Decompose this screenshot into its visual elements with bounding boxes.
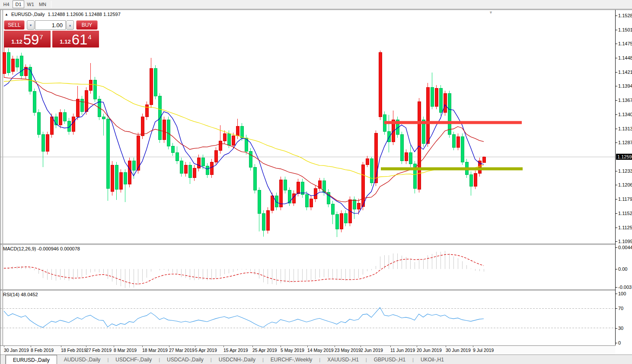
candle-body xyxy=(119,172,122,189)
date-tick-mark xyxy=(361,346,361,347)
sell-price-tile[interactable]: 1.12 59 7 xyxy=(4,31,51,47)
date-tick-mark xyxy=(281,346,281,347)
candle-body xyxy=(80,99,83,111)
date-label: 18 Mar 2019 xyxy=(142,348,168,353)
rsi-pane[interactable]: RSI(14) 48.0452 xyxy=(0,291,615,345)
date-tick-mark xyxy=(61,346,61,347)
candle-body xyxy=(331,204,334,215)
timeframe-buttons: H4D1W1MN xyxy=(0,0,48,8)
candle-body xyxy=(340,213,343,229)
candle-body xyxy=(452,135,455,147)
date-tick-mark xyxy=(142,346,143,347)
volume-increase-button[interactable]: ▲ xyxy=(66,20,74,30)
price-axis-label: 1.13675 xyxy=(618,98,632,103)
chart-tab-eurchf-weekly[interactable]: EURCHF-,Weekly xyxy=(264,355,319,364)
price-axis-label: 1.12065 xyxy=(618,182,632,187)
macd-axis-label: -0.003715 xyxy=(618,285,632,290)
price-axis-label: 1.13945 xyxy=(618,83,632,89)
candle-body xyxy=(431,87,434,106)
candle-body xyxy=(206,166,209,174)
price-axis-label: 1.10990 xyxy=(618,239,632,244)
chart-tab-audusd-daily[interactable]: AUDUSD-,Daily xyxy=(57,355,108,364)
timeframe-button-mn[interactable]: MN xyxy=(37,0,48,8)
volume-input[interactable] xyxy=(35,20,66,30)
date-label: 30 Jun 2019 xyxy=(446,348,471,353)
candle-body xyxy=(154,68,157,96)
support-line[interactable] xyxy=(381,167,523,170)
candle-body xyxy=(128,161,131,184)
chart-tab-xauusd-h1[interactable]: XAUUSD-,H1 xyxy=(320,355,366,364)
candle-body xyxy=(163,120,166,140)
candle-body xyxy=(335,215,338,229)
chart-tab-eurusd-daily[interactable]: EURUSD-,Daily xyxy=(6,355,57,364)
moving-average-mid[interactable] xyxy=(4,77,484,202)
candle-body xyxy=(180,161,183,174)
buy-button[interactable]: BUY xyxy=(76,20,98,30)
candle-body xyxy=(201,158,204,166)
candle-body xyxy=(111,165,114,191)
candle-body xyxy=(93,80,96,99)
price-axis-label: 1.11525 xyxy=(618,211,632,216)
moving-average-fast[interactable] xyxy=(4,68,484,213)
candle-body xyxy=(197,158,200,168)
resistance-line[interactable] xyxy=(384,121,522,124)
axis-tick-mark xyxy=(616,185,617,185)
candle-body xyxy=(223,133,226,141)
timeframe-button-d1[interactable]: D1 xyxy=(13,0,24,8)
collapse-panel-icon[interactable]: ▲ xyxy=(5,13,8,16)
chart-tab-ukoil-h1[interactable]: UKOil-,H1 xyxy=(414,355,451,364)
axis-tick-mark xyxy=(616,269,617,269)
candle-body xyxy=(271,196,274,210)
price-axis-label: 1.11255 xyxy=(618,225,632,230)
date-tick-mark xyxy=(390,346,391,347)
price-axis-label: 1.14480 xyxy=(618,55,632,60)
axis-tick-mark xyxy=(616,294,617,294)
date-tick-mark xyxy=(31,346,31,347)
date-label: 18 Feb 2019 xyxy=(61,348,86,353)
sell-price-pip: 7 xyxy=(39,33,43,41)
timeframe-toolbar: H4D1W1MN xyxy=(0,0,632,9)
chart-tab-usdcad-daily[interactable]: USDCAD-,Daily xyxy=(160,355,211,364)
date-label: 30 Jan 2019 xyxy=(4,348,29,353)
candle-body xyxy=(59,113,62,125)
price-axis-label: 1.14210 xyxy=(618,70,632,75)
candle-body xyxy=(227,133,230,145)
candle-body xyxy=(379,53,382,117)
timeframe-button-w1[interactable]: W1 xyxy=(25,0,36,8)
price-axis-label: 1.12870 xyxy=(618,140,632,145)
candle-body xyxy=(137,136,140,170)
chart-tab-usdchf-daily[interactable]: USDCHF-,Daily xyxy=(109,355,159,364)
date-label: 8 Mar 2019 xyxy=(114,348,137,353)
price-axis[interactable]: 1.152851.150151.147501.144801.142101.139… xyxy=(615,10,632,345)
axis-tick-mark xyxy=(616,58,617,58)
scroll-marker-icon[interactable]: ▼ xyxy=(489,10,493,15)
macd-pane[interactable]: MACD(12,26,9) -0.000946 0.000078 xyxy=(0,245,615,289)
one-click-trade-panel: SELL ▼ ▲ BUY 1.12 59 7 1.12 61 4 xyxy=(4,20,99,47)
buy-price-tile[interactable]: 1.12 61 4 xyxy=(52,31,99,47)
timeframe-button-h4[interactable]: H4 xyxy=(0,0,12,8)
candle-body xyxy=(141,117,144,136)
candle-body xyxy=(482,157,485,162)
date-label: 9 Jul 2019 xyxy=(473,348,494,353)
candle-body xyxy=(435,89,438,106)
candle-body xyxy=(76,99,79,117)
sell-button[interactable]: SELL xyxy=(4,20,25,30)
buy-price-prefix: 1.12 xyxy=(60,38,70,45)
axis-tick-mark xyxy=(616,247,617,248)
candle-body xyxy=(275,196,278,207)
current-price-tag: 1.12597 xyxy=(616,154,632,160)
chart-tab-gbpusd-h1[interactable]: GBPUSD-,H1 xyxy=(367,355,412,364)
date-axis[interactable]: 30 Jan 20198 Feb 201918 Feb 201927 Feb 2… xyxy=(0,345,615,355)
candle-body xyxy=(124,172,127,184)
candle-body xyxy=(461,137,464,162)
candle-body xyxy=(344,213,347,223)
candle-body xyxy=(439,89,442,113)
candle-body xyxy=(284,180,287,190)
volume-decrease-button[interactable]: ▼ xyxy=(27,20,35,30)
chart-tab-usdcnh-daily[interactable]: USDCNH-,Daily xyxy=(212,355,262,364)
macd-axis-label: 0.004465 xyxy=(618,245,632,250)
date-tick-mark xyxy=(195,346,195,347)
candle-body xyxy=(266,210,269,230)
date-label: 27 Feb 2019 xyxy=(86,348,112,353)
candle-body xyxy=(210,162,213,174)
